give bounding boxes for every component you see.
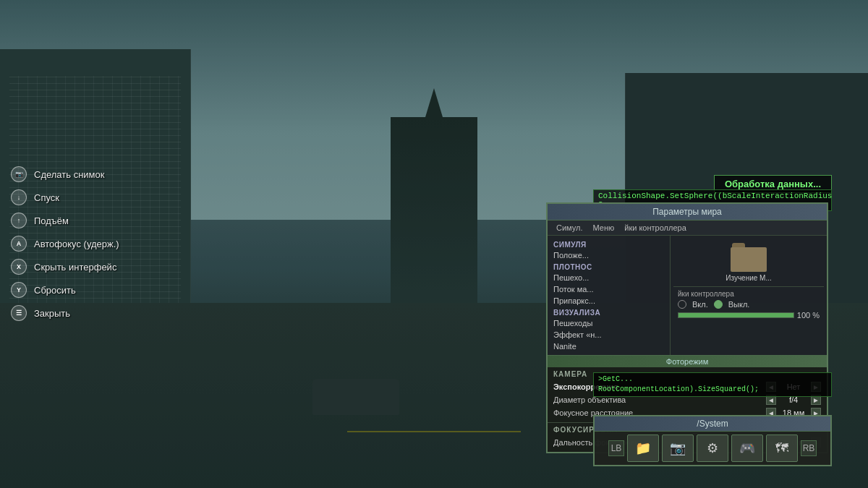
radio-off-label: Выкл. [728, 300, 750, 309]
hud-item-autofocus: A Автофокус (удерж.) [11, 236, 119, 252]
hud-item-close: ☰ Закрыть [11, 305, 119, 321]
panel-right-col: Изучение М... йки контроллера Вкл. Выкл.… [671, 236, 827, 355]
photo-mode-title: Фоторежим [548, 356, 827, 367]
hud-item-reset: Y Сбросить [11, 282, 119, 298]
system-panel-title: /System [595, 416, 830, 432]
world-panel-title: Параметры мира [548, 204, 827, 221]
label-hide: Скрыть интерфейс [34, 262, 116, 273]
panel-left-col: СИМУЛЯ Положе... ПЛОТНОС Пешехо... Поток… [548, 236, 671, 355]
hud-item-descend: ↓ Спуск [11, 189, 119, 205]
item-nanite[interactable]: Nanite [548, 341, 670, 352]
radio-on[interactable] [678, 300, 686, 309]
section-density: ПЛОТНОС [548, 261, 670, 272]
left-hud-menu: 📷 Сделать снимок ↓ Спуск ↑ Подъём A Авто… [11, 166, 119, 328]
menu-item-menu[interactable]: Меню [589, 223, 619, 233]
map-btn-icon: 🗺 [775, 441, 788, 456]
left-bumper-btn[interactable]: LB [608, 440, 624, 456]
item-position[interactable]: Положе... [548, 249, 670, 261]
notification-text: Обработка данных... [725, 179, 821, 189]
world-panel-menu: Симул. Меню йки контроллера [548, 221, 827, 236]
radio-on-label: Вкл. [692, 300, 708, 309]
controller-btn-icon: 🎮 [739, 440, 755, 456]
item-pedestrians-vis[interactable]: Пешеходы [548, 317, 670, 329]
percentage-label: 100 % [797, 311, 820, 320]
radio-row: Вкл. Выкл. [678, 300, 820, 309]
controller-label: йки контроллера [678, 290, 820, 298]
settings-btn-icon: ⚙ [707, 440, 718, 456]
key-screenshot: 📷 [11, 166, 27, 182]
folder-label: Изучение М... [726, 274, 772, 282]
section-simul: СИМУЛЯ [548, 239, 670, 249]
bar-background [678, 312, 794, 318]
system-btn-camera[interactable]: 📷 [662, 435, 694, 462]
camera-btn-icon: 📷 [670, 440, 686, 456]
percentage-bar: 100 % [678, 311, 820, 320]
system-buttons-row: LB 📁 📷 ⚙ 🎮 🗺 RB [595, 432, 830, 465]
system-btn-settings[interactable]: ⚙ [697, 435, 728, 462]
lb-label: LB [611, 443, 622, 453]
label-screenshot: Сделать снимок [34, 169, 104, 180]
label-descend: Спуск [34, 192, 59, 203]
hud-item-screenshot: 📷 Сделать снимок [11, 166, 119, 182]
tower-spire [425, 88, 443, 117]
item-traffic[interactable]: Поток ма... [548, 283, 670, 295]
section-visual: ВИЗУАЛИЗА [548, 307, 670, 317]
car [312, 379, 399, 415]
bar-fill [678, 313, 793, 317]
hud-item-ascend: ↑ Подъём [11, 213, 119, 228]
menu-item-controller[interactable]: йки контроллера [620, 223, 691, 233]
right-bumper-btn[interactable]: RB [801, 440, 817, 456]
panel-content: СИМУЛЯ Положе... ПЛОТНОС Пешехо... Поток… [548, 236, 827, 355]
radio-off[interactable] [714, 300, 723, 309]
folder-body [731, 247, 767, 272]
item-effect[interactable]: Эффект «н... [548, 329, 670, 341]
folder-area: Изучение М... [673, 239, 824, 286]
label-ascend: Подъём [34, 215, 69, 226]
controller-section: йки контроллера Вкл. Выкл. 100 % [673, 286, 824, 322]
folder-btn-icon: 📁 [635, 440, 651, 456]
system-btn-map[interactable]: 🗺 [766, 435, 798, 462]
key-descend: ↓ [11, 189, 27, 205]
key-ascend: ↑ [11, 213, 27, 228]
item-parked[interactable]: Припаркс... [548, 295, 670, 307]
label-autofocus: Автофокус (удерж.) [34, 239, 119, 249]
menu-item-simul[interactable]: Симул. [552, 223, 587, 233]
system-btn-folder[interactable]: 📁 [627, 435, 659, 462]
key-hide: X [11, 259, 27, 275]
lane-marking [347, 431, 521, 432]
code-line-1: >GetC... [598, 374, 827, 385]
item-pedestrian[interactable]: Пешехо... [548, 272, 670, 283]
key-autofocus: A [11, 236, 27, 252]
folder-icon[interactable] [731, 243, 767, 272]
rb-label: RB [803, 443, 815, 453]
code-bottom: >GetC... RootComponentLocation).SizeSqua… [593, 372, 832, 397]
key-reset: Y [11, 282, 27, 298]
label-reset: Сбросить [34, 285, 76, 296]
system-btn-controller[interactable]: 🎮 [731, 435, 763, 462]
hud-item-hide: X Скрыть интерфейс [11, 259, 119, 275]
label-close: Закрыть [34, 308, 70, 319]
system-panel: /System LB 📁 📷 ⚙ 🎮 🗺 RB [593, 415, 832, 466]
key-close: ☰ [11, 305, 27, 321]
code-line-2: RootComponentLocation).SizeSquared(); [598, 385, 827, 395]
